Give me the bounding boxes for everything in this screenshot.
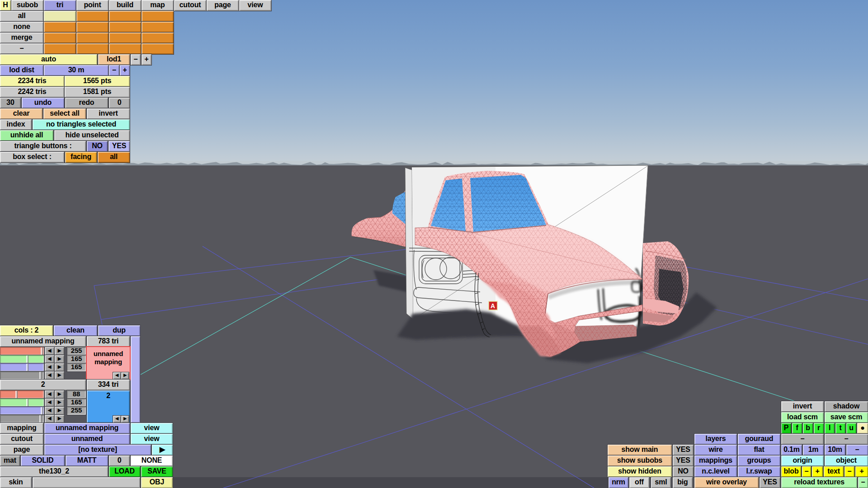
svg-text:A: A — [491, 302, 495, 310]
